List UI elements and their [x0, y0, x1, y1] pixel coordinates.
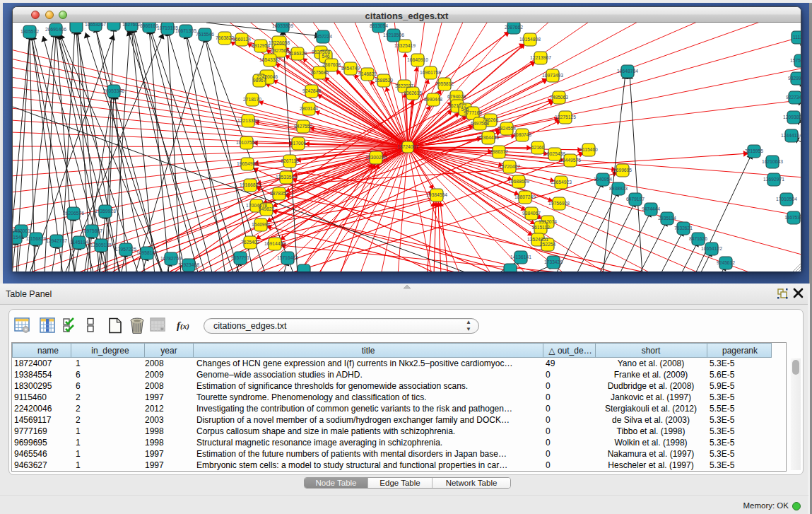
svg-text:19218506: 19218506	[383, 33, 404, 37]
svg-text:7515546: 7515546	[196, 32, 214, 37]
svg-text:7663822: 7663822	[216, 35, 234, 40]
svg-text:12444134: 12444134	[781, 133, 801, 138]
svg-text:15716485: 15716485	[277, 255, 298, 260]
svg-text:8471626: 8471626	[689, 236, 707, 241]
svg-text:10958107: 10958107	[136, 250, 158, 255]
svg-text:1733426: 1733426	[544, 259, 563, 264]
svg-text:8938923: 8938923	[609, 186, 628, 191]
svg-text:2718170: 2718170	[243, 97, 261, 102]
svg-text:991540: 991540	[13, 235, 23, 240]
svg-text:17010504: 17010504	[776, 197, 797, 201]
svg-text:15751074: 15751074	[790, 58, 801, 63]
svg-text:2803144: 2803144	[300, 106, 318, 111]
svg-text:13226058: 13226058	[269, 40, 290, 45]
svg-text:9242848: 9242848	[302, 88, 321, 93]
svg-text:10154808: 10154808	[519, 37, 541, 42]
svg-text:13449575: 13449575	[560, 158, 581, 163]
svg-text:12213967: 12213967	[530, 55, 551, 60]
svg-text:1112: 1112	[793, 35, 801, 40]
svg-text:1080748: 1080748	[513, 132, 531, 137]
svg-text:9146821: 9146821	[358, 71, 377, 76]
svg-text:10671355: 10671355	[175, 28, 196, 33]
svg-text:3824554: 3824554	[498, 126, 516, 131]
svg-text:10025438: 10025438	[544, 151, 565, 156]
svg-text:12213369: 12213369	[237, 118, 259, 123]
svg-text:8813054: 8813054	[370, 23, 388, 28]
svg-text:1527602: 1527602	[122, 23, 141, 27]
svg-text:1362615: 1362615	[404, 90, 422, 95]
svg-text:1615112: 1615112	[531, 225, 550, 230]
svg-text:1588520: 1588520	[375, 78, 393, 83]
svg-text:10653267: 10653267	[85, 23, 106, 27]
svg-text:9327509: 9327509	[271, 48, 289, 53]
svg-text:917006: 917006	[290, 141, 307, 146]
svg-text:20364436: 20364436	[478, 135, 499, 140]
svg-text:2935114: 2935114	[658, 216, 676, 221]
svg-text:18300295: 18300295	[365, 155, 387, 160]
svg-text:16033809: 16033809	[272, 23, 293, 28]
svg-text:549822: 549822	[259, 206, 275, 211]
svg-text:10654122: 10654122	[701, 246, 722, 251]
svg-text:18807249: 18807249	[514, 194, 536, 199]
svg-text:9660124: 9660124	[233, 37, 251, 42]
svg-text:12505135: 12505135	[90, 243, 112, 247]
svg-text:8912954: 8912954	[252, 43, 270, 48]
svg-text:9115460: 9115460	[579, 147, 598, 152]
svg-text:16210643: 16210643	[762, 159, 783, 164]
svg-text:9245612: 9245612	[717, 260, 735, 265]
svg-text:7986372: 7986372	[490, 149, 508, 154]
svg-text:6479197: 6479197	[626, 197, 645, 201]
svg-text:9329996: 9329996	[788, 76, 801, 81]
svg-text:9474444: 9474444	[642, 206, 660, 211]
svg-text:9384067: 9384067	[522, 211, 541, 216]
svg-text:16961758: 16961758	[420, 70, 441, 75]
svg-text:8186328: 8186328	[288, 51, 307, 56]
svg-text:8990448: 8990448	[424, 97, 442, 102]
svg-text:546: 546	[322, 54, 329, 59]
svg-text:26053346: 26053346	[103, 88, 124, 93]
svg-text:10107553: 10107553	[236, 140, 257, 145]
svg-text:8454749: 8454749	[341, 66, 360, 71]
svg-text:2087662: 2087662	[505, 25, 523, 30]
svg-text:13533594: 13533594	[276, 175, 297, 180]
svg-text:18724007: 18724007	[397, 144, 418, 149]
svg-text:3878352: 3878352	[270, 191, 288, 196]
svg-text:16914479: 16914479	[264, 241, 286, 246]
svg-text:26206576: 26206576	[63, 211, 84, 216]
svg-text:9657791: 9657791	[231, 255, 249, 260]
svg-text:6794028: 6794028	[447, 94, 466, 99]
svg-text:17957225: 17957225	[115, 247, 136, 252]
svg-text:3675685: 3675685	[310, 70, 329, 75]
svg-text:19166827: 19166827	[240, 182, 261, 187]
svg-text:7625402: 7625402	[241, 240, 259, 245]
svg-text:7632621: 7632621	[674, 226, 693, 230]
svg-text:8267110: 8267110	[281, 158, 299, 163]
svg-text:12275125: 12275125	[555, 115, 576, 119]
svg-text:7857224: 7857224	[314, 34, 332, 39]
svg-text:13524851: 13524851	[527, 237, 548, 242]
svg-text:20691406: 20691406	[45, 27, 66, 32]
svg-text:1312074: 1312074	[539, 219, 557, 224]
svg-text:1433001: 1433001	[13, 228, 30, 233]
svg-text:6497568: 6497568	[471, 121, 489, 126]
svg-text:16782759: 16782759	[160, 256, 182, 261]
svg-text:12942737: 12942737	[46, 238, 67, 243]
svg-text:10688609: 10688609	[508, 179, 529, 184]
svg-text:16543382: 16543382	[259, 57, 281, 62]
svg-text:19384554: 19384554	[426, 192, 447, 197]
svg-text:7955812: 7955812	[435, 81, 454, 86]
svg-text:9699695: 9699695	[613, 168, 632, 173]
svg-text:14136141: 14136141	[510, 255, 531, 259]
svg-text:1167534: 1167534	[784, 215, 801, 220]
svg-text:7485063: 7485063	[550, 95, 568, 100]
svg-text:9227342: 9227342	[786, 95, 801, 100]
svg-text:3215955: 3215955	[745, 148, 763, 153]
svg-text:13325419: 13325419	[394, 43, 416, 48]
svg-text:13654923: 13654923	[551, 180, 572, 185]
svg-text:252254: 252254	[540, 242, 556, 247]
svg-text:10973493: 10973493	[542, 73, 563, 78]
svg-text:12093832: 12093832	[783, 115, 801, 119]
svg-text:12923468: 12923468	[178, 262, 199, 267]
svg-text:1305572: 1305572	[20, 29, 39, 34]
svg-text:1640954: 1640954	[594, 177, 612, 182]
